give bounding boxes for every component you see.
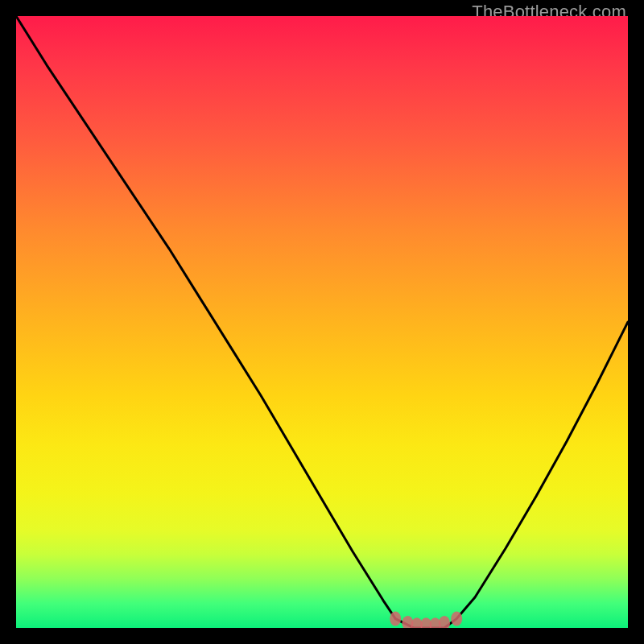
curve-marker [390, 612, 401, 626]
chart-frame [16, 16, 628, 628]
bottleneck-curve-svg [16, 16, 628, 628]
curve-marker [439, 616, 450, 628]
curve-line [16, 16, 628, 628]
curve-marker [451, 612, 462, 626]
